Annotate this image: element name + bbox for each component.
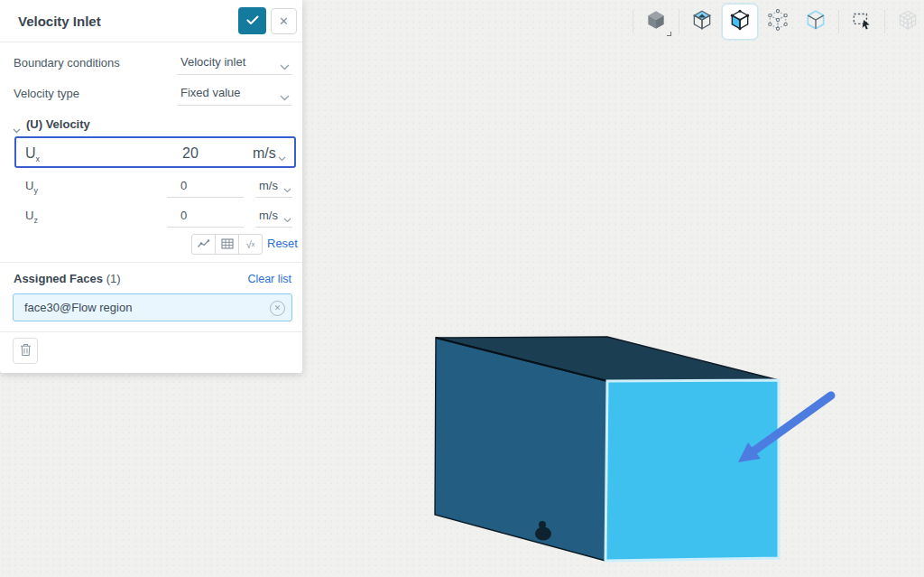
view-cube-solid-button[interactable] [638, 4, 674, 40]
velocity-inlet-panel: Velocity Inlet ✕ Boundary conditions Vel… [0, 0, 302, 373]
close-button[interactable]: ✕ [271, 8, 297, 34]
u-velocity-section-title: (U) Velocity [26, 117, 90, 131]
chevron-down-icon [283, 212, 291, 226]
section-divider [0, 262, 302, 263]
assigned-face-label: face30@Flow region [24, 301, 132, 314]
view-cube-solid-icon [644, 8, 668, 35]
dropdown-corner-icon [667, 32, 671, 36]
ux-label: Ux [25, 145, 40, 163]
remove-face-button[interactable]: ✕ [270, 301, 285, 316]
uz-input-row: Uz 0 m/s [0, 204, 302, 228]
u-velocity-section-header[interactable]: (U) Velocity [0, 116, 302, 134]
chevron-down-icon [280, 60, 290, 73]
select-vertex-cube-icon [766, 8, 790, 35]
velocity-type-row: Velocity type Fixed value [0, 81, 302, 107]
uy-value-input[interactable]: 0 [167, 174, 244, 198]
ux-input-row-focused: Ux 20 m/s [14, 136, 296, 168]
uz-value-input[interactable]: 0 [167, 204, 244, 228]
select-vertex-button[interactable] [760, 4, 796, 40]
ux-unit-select[interactable]: m/s [253, 141, 287, 164]
table-mode-button[interactable] [215, 234, 239, 255]
close-icon: ✕ [279, 14, 289, 28]
velocity-type-label: Velocity type [14, 87, 79, 100]
formula-mode-button[interactable]: √x [238, 234, 263, 255]
inlet-face-highlighted[interactable] [605, 380, 779, 561]
select-edge-cube-icon [804, 8, 827, 35]
box-select-cursor-icon [850, 8, 873, 35]
select-face-cube-icon [728, 8, 752, 35]
uy-unit-select[interactable]: m/s [255, 174, 292, 198]
chevron-down-icon [283, 182, 291, 196]
uz-unit-select[interactable]: m/s [255, 204, 292, 228]
select-volume-cube-icon [690, 8, 714, 35]
velocity-type-select[interactable]: Fixed value [178, 81, 291, 106]
toolbar-separator [633, 10, 633, 33]
chart-mode-button[interactable] [191, 234, 216, 255]
trash-icon [20, 343, 32, 359]
boundary-conditions-select[interactable]: Velocity inlet [178, 51, 291, 75]
page-title: Velocity Inlet [18, 0, 101, 42]
delete-button[interactable] [13, 338, 38, 364]
toolbar-separator [884, 10, 885, 33]
select-mesh-cube-icon [896, 8, 919, 35]
apply-button[interactable] [238, 7, 266, 34]
check-icon [246, 14, 259, 28]
select-volume-button[interactable] [684, 4, 720, 40]
viewer-toolbar [630, 2, 924, 42]
chevron-down-icon [278, 149, 286, 165]
panel-header: Velocity Inlet ✕ [0, 0, 302, 42]
table-icon [221, 238, 234, 251]
toolbar-separator [838, 10, 839, 33]
select-face-button[interactable] [722, 4, 758, 40]
ux-value-input[interactable]: 20 [182, 145, 199, 162]
uy-input-row: Uy 0 m/s [0, 174, 302, 199]
chart-icon [197, 238, 210, 251]
section-divider [0, 331, 302, 332]
chevron-down-icon [280, 90, 290, 104]
reset-link[interactable]: Reset [267, 237, 298, 250]
uz-label: Uz [25, 209, 38, 225]
value-mode-button-group: √x [191, 234, 263, 255]
boundary-conditions-row: Boundary conditions Velocity inlet [0, 51, 302, 76]
viewport-3d[interactable] [397, 316, 866, 577]
uy-label: Uy [25, 179, 38, 195]
toolbar-separator [679, 10, 679, 33]
assigned-faces-title: Assigned Faces (1) [14, 272, 121, 285]
boundary-conditions-label: Boundary conditions [14, 56, 120, 70]
clear-list-link[interactable]: Clear list [247, 273, 291, 285]
assigned-face-chip[interactable]: face30@Flow region ✕ [13, 293, 292, 321]
select-edge-button[interactable] [798, 4, 834, 40]
close-icon: ✕ [274, 303, 282, 312]
collapse-chevron-icon[interactable] [13, 121, 21, 137]
box-select-button[interactable] [844, 4, 880, 40]
select-mesh-button [890, 4, 924, 40]
